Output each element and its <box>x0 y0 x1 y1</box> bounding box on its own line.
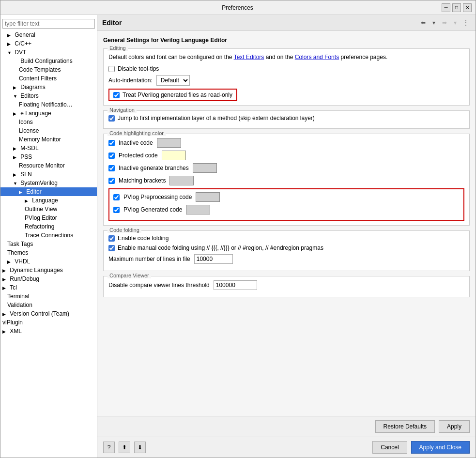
sidebar-item-xml[interactable]: XML <box>0 327 97 336</box>
pvlog-preprocessing-color-btn[interactable] <box>196 192 220 202</box>
sidebar-item-task-tags[interactable]: Task Tags <box>0 240 97 248</box>
pvlog-preprocessing-checkbox[interactable] <box>113 194 120 200</box>
enable-folding-row: Enable code folding <box>108 235 464 242</box>
sidebar-item-sln[interactable]: SLN <box>0 170 97 179</box>
inactive-generate-color-btn[interactable] <box>193 163 217 173</box>
disable-tooltips-checkbox[interactable] <box>108 66 115 72</box>
bottom-bar: ? ⬆ ⬇ Cancel Apply and Close <box>97 437 476 458</box>
protected-code-color-btn[interactable] <box>162 151 186 160</box>
matching-brackets-row: Matching brackets <box>108 176 464 185</box>
inactive-code-checkbox[interactable] <box>108 140 115 146</box>
export-button[interactable]: ⬆ <box>119 442 130 453</box>
pvlog-preprocessing-label: PVlog Preprocessing code <box>123 194 192 200</box>
navigation-group: Navigation Jump to first implementation … <box>103 110 470 129</box>
sidebar-item-memory-monitor[interactable]: Memory Monitor <box>0 135 97 144</box>
code-highlight-label: Code highlighting color <box>107 130 166 136</box>
back-icon[interactable]: ⬅ <box>418 18 428 28</box>
text-editors-link[interactable]: Text Editors <box>234 54 264 61</box>
arrow-icon <box>13 172 19 177</box>
jump-to-first-checkbox[interactable] <box>108 115 115 122</box>
sidebar-item-themes[interactable]: Themes <box>0 248 97 257</box>
content-title: Editor <box>102 19 122 27</box>
editing-label: Editing <box>107 45 128 51</box>
cancel-button[interactable]: Cancel <box>372 441 407 454</box>
jump-to-first-row: Jump to first implementation layer of a … <box>108 115 464 122</box>
arrow-icon <box>7 50 13 55</box>
maximize-button[interactable]: □ <box>452 3 461 12</box>
section-title: General Settings for Verilog Language Ed… <box>103 37 470 44</box>
filter-input[interactable] <box>2 19 95 29</box>
inactive-generate-row: Inactive generate branches <box>108 163 464 173</box>
content-panel: Editor ⬅ ▾ ➡ ▾ ⋮ General Settings for Ve… <box>97 15 476 458</box>
enable-manual-folding-checkbox[interactable] <box>108 245 115 251</box>
sidebar-item-dynamic-lang[interactable]: Dynamic Languages <box>0 266 97 275</box>
sidebar-item-license[interactable]: License <box>0 126 97 135</box>
colors-fonts-link[interactable]: Colors and Fonts <box>295 54 339 61</box>
enable-manual-folding-label: Enable manual code folding using // {{{,… <box>118 244 323 251</box>
inactive-code-row: Inactive code <box>108 138 464 148</box>
sidebar-item-refactoring[interactable]: Refactoring <box>0 222 97 231</box>
sidebar-item-editors[interactable]: Editors <box>0 92 97 100</box>
sidebar-item-sv-language[interactable]: Language <box>0 196 97 205</box>
arrow-icon <box>13 181 19 186</box>
sidebar-item-content-filters[interactable]: Content Filters <box>0 74 97 83</box>
help-button[interactable]: ? <box>103 442 115 453</box>
sidebar-item-sv-editor[interactable]: Editor <box>0 187 97 196</box>
close-button[interactable]: ✕ <box>463 3 472 12</box>
pvlog-generated-checkbox[interactable] <box>113 207 120 213</box>
forward-icon[interactable]: ➡ <box>440 18 449 28</box>
sidebar-item-resource-monitor[interactable]: Resource Monitor <box>0 161 97 170</box>
sidebar-item-run-debug[interactable]: Run/Debug <box>0 275 97 283</box>
arrow-icon <box>7 42 13 46</box>
sidebar: General C/C++ DVT Build Configurations C… <box>0 15 97 458</box>
back-dropdown-icon[interactable]: ▾ <box>429 18 439 28</box>
sidebar-item-terminal[interactable]: Terminal <box>0 292 97 301</box>
sidebar-item-m-sdl[interactable]: M-SDL <box>0 144 97 153</box>
matching-brackets-color-btn[interactable] <box>169 176 194 185</box>
sidebar-item-icons[interactable]: Icons <box>0 118 97 126</box>
arrow-icon <box>7 260 13 264</box>
sidebar-item-cpp[interactable]: C/C++ <box>0 39 97 48</box>
inactive-code-color-btn[interactable] <box>157 138 181 148</box>
sidebar-item-systemverilog[interactable]: SystemVerilog <box>0 179 97 187</box>
apply-close-button[interactable]: Apply and Close <box>411 441 470 454</box>
enable-manual-folding-row: Enable manual code folding using // {{{,… <box>108 244 464 251</box>
bottom-left-icons: ? ⬆ ⬇ <box>103 442 146 453</box>
sidebar-item-vhdl[interactable]: VHDL <box>0 257 97 266</box>
sidebar-item-validation[interactable]: Validation <box>0 301 97 309</box>
sidebar-item-viplugin[interactable]: viPlugin <box>0 318 97 327</box>
inactive-generate-checkbox[interactable] <box>108 165 115 171</box>
restore-defaults-button[interactable]: Restore Defaults <box>375 420 435 433</box>
sidebar-item-floating-notif[interactable]: Floating Notificatio… <box>0 100 97 109</box>
sidebar-item-outline-view[interactable]: Outline View <box>0 205 97 214</box>
sidebar-item-pss[interactable]: PSS <box>0 153 97 161</box>
sidebar-item-dvt[interactable]: DVT <box>0 48 97 57</box>
minimize-button[interactable]: ─ <box>442 3 450 12</box>
forward-dropdown-icon[interactable]: ▾ <box>450 18 460 28</box>
compare-threshold-input[interactable]: 100000 <box>214 280 257 290</box>
auto-indent-label: Auto-indentation: <box>108 77 153 84</box>
code-folding-label: Code folding <box>107 227 141 233</box>
sidebar-item-version-control[interactable]: Version Control (Team) <box>0 309 97 318</box>
sidebar-item-e-language[interactable]: e Language <box>0 109 97 118</box>
menu-icon[interactable]: ⋮ <box>461 18 471 28</box>
sidebar-item-tcl[interactable]: Tcl <box>0 283 97 292</box>
sidebar-item-code-templates[interactable]: Code Templates <box>0 65 97 74</box>
sidebar-item-trace-connections[interactable]: Trace Connections <box>0 231 97 240</box>
sidebar-item-general[interactable]: General <box>0 31 97 39</box>
apply-button[interactable]: Apply <box>439 420 470 433</box>
auto-indent-select[interactable]: Default <box>156 75 190 86</box>
matching-brackets-checkbox[interactable] <box>108 178 115 184</box>
protected-code-checkbox[interactable] <box>108 153 115 159</box>
navigation-label: Navigation <box>107 107 137 113</box>
pvlog-generated-color-btn[interactable] <box>186 205 210 214</box>
sidebar-item-pvlog-editor[interactable]: PVlog Editor <box>0 214 97 222</box>
treat-pverilog-checkbox[interactable] <box>113 92 120 98</box>
import-button[interactable]: ⬇ <box>134 442 146 453</box>
protected-code-row: Protected code <box>108 151 464 160</box>
enable-folding-checkbox[interactable] <box>108 235 115 242</box>
max-lines-input[interactable]: 10000 <box>194 254 233 264</box>
sidebar-item-build-config[interactable]: Build Configurations <box>0 57 97 65</box>
sidebar-item-diagrams[interactable]: Diagrams <box>0 83 97 92</box>
title-bar: Preferences ─ □ ✕ <box>0 0 476 15</box>
